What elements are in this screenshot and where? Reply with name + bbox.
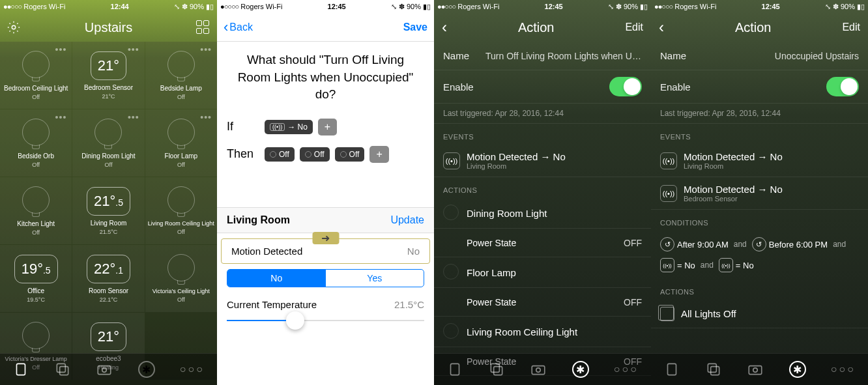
tile[interactable]: •••Dining Room LightOff	[72, 109, 144, 177]
update-button[interactable]: Update	[390, 214, 424, 226]
edit-button[interactable]: Edit	[625, 21, 643, 33]
actions-header: ACTIONS	[651, 279, 868, 300]
tile[interactable]: •••Bedside LampOff	[145, 42, 217, 109]
then-action-tag[interactable]: Off	[300, 147, 330, 162]
more-tab-icon[interactable]: ○○○	[180, 364, 205, 375]
bulb-icon	[94, 119, 122, 146]
header: ‹ Action Edit	[434, 13, 651, 42]
segment-yes[interactable]: Yes	[326, 270, 424, 287]
action-device-row[interactable]: Dining Room Light	[434, 198, 651, 229]
more-icon[interactable]: •••	[128, 44, 139, 55]
event-row[interactable]: ((•))Motion Detected → NoLiving Room	[651, 145, 868, 177]
action-state-row: Power StateOFF	[434, 229, 651, 257]
tile[interactable]: •••21°Bedroom Sensor21°C	[72, 42, 144, 109]
enable-toggle[interactable]	[826, 77, 859, 96]
tile[interactable]: •••Floor LampOff	[145, 109, 217, 177]
camera-tab-icon[interactable]	[96, 361, 113, 378]
condition-chip[interactable]: ↺After 9:00 AM	[660, 237, 729, 251]
bulb-icon	[167, 119, 195, 146]
event-row[interactable]: ((•))Motion Detected → NoBedroom Sensor	[651, 177, 868, 210]
page-title: Upstairs	[21, 20, 196, 35]
more-icon[interactable]: •••	[200, 112, 212, 122]
conditions-row[interactable]: ↺After 9:00 AM and ↺Before 6:00 PM and	[651, 231, 868, 258]
if-condition-tag[interactable]: ((•))→ No	[265, 120, 313, 134]
tile[interactable]: •••Bedroom Ceiling LightOff	[0, 42, 72, 109]
automation-tab-icon[interactable]	[789, 361, 806, 378]
svg-rect-11	[668, 364, 676, 375]
motion-icon: ((•))	[660, 185, 677, 202]
device-grid: •••Bedroom Ceiling LightOff •••21°Bedroo…	[0, 42, 217, 380]
name-row[interactable]: NameUnoccupied Upstairs	[651, 42, 868, 70]
more-tab-icon[interactable]: ○○○	[831, 364, 856, 375]
clock-icon: ↺	[752, 237, 766, 251]
segment-no[interactable]: No	[227, 270, 326, 287]
more-icon[interactable]: •••	[55, 44, 67, 55]
back-button[interactable]: ‹	[442, 18, 447, 36]
more-icon[interactable]: •••	[128, 112, 139, 122]
temp-display: 21°	[91, 51, 126, 80]
tile[interactable]: 22°.1Room Sensor22.1°C	[72, 245, 144, 312]
then-row: Then Off Off Off +	[217, 141, 434, 168]
status-bar: ●○○○○Rogers Wi-Fi 12:45 ⤡ ✽90%▮▯	[217, 0, 434, 13]
temp-display: 21°.5	[87, 187, 130, 216]
temp-display: 21°	[91, 322, 126, 351]
camera-tab-icon[interactable]	[747, 361, 764, 378]
clock-icon: ↺	[660, 237, 674, 251]
enable-toggle[interactable]	[609, 77, 642, 96]
then-action-tag[interactable]: Off	[335, 147, 365, 162]
page-title: Action	[518, 20, 555, 35]
action-device-row[interactable]: Living Room Ceiling Light	[434, 317, 651, 347]
bulb-icon	[167, 254, 195, 281]
motion-trigger-row[interactable]: ➜ Motion Detected No	[221, 238, 430, 264]
condition-chip[interactable]: ↺Before 6:00 PM	[752, 237, 828, 251]
enable-row: Enable	[651, 70, 868, 104]
more-tab-icon[interactable]: ○○○	[614, 364, 639, 375]
condition-chip[interactable]: ((•))= No	[660, 258, 695, 272]
tile[interactable]: Victoria's Ceiling LightOff	[145, 245, 217, 312]
action-device-row[interactable]: Floor Lamp	[434, 257, 651, 288]
tile[interactable]: Kitchen LightOff	[0, 177, 72, 244]
scenes-tab-icon[interactable]	[705, 361, 722, 378]
rule-question: What should "Turn Off Living Room Lights…	[217, 42, 434, 113]
camera-tab-icon[interactable]	[530, 361, 547, 378]
svg-rect-14	[749, 366, 762, 375]
layout-icon[interactable]	[196, 20, 210, 35]
automation-tab-icon[interactable]	[572, 361, 589, 378]
more-icon[interactable]: •••	[55, 112, 67, 122]
more-icon[interactable]: •••	[200, 44, 212, 55]
temperature-slider[interactable]	[227, 320, 424, 321]
scenes-tab-icon[interactable]	[488, 361, 505, 378]
tile[interactable]: •••Bedside OrbOff	[0, 109, 72, 177]
automation-tab-icon[interactable]	[138, 361, 155, 378]
svg-rect-4	[98, 366, 111, 375]
bulb-icon	[167, 186, 195, 214]
add-condition-button[interactable]: +	[318, 119, 337, 135]
back-button[interactable]: ‹Back	[224, 19, 253, 36]
conditions-header: CONDITIONS	[651, 210, 868, 231]
rooms-tab-icon[interactable]	[663, 361, 680, 378]
gear-icon[interactable]	[7, 20, 21, 35]
then-action-tag[interactable]: Off	[265, 147, 295, 162]
back-button[interactable]: ‹	[659, 18, 664, 36]
add-action-button[interactable]: +	[369, 146, 388, 163]
action-state-row: Power StateOFF	[434, 288, 651, 317]
tile[interactable]: 21°.5Living Room21.5°C	[72, 177, 144, 244]
event-row[interactable]: ((•)) Motion Detected → NoLiving Room	[434, 145, 651, 177]
svg-point-0	[12, 25, 16, 29]
status-bar: ●●○○○Rogers Wi-Fi 12:45 ⤡ ✽90%▮▯	[651, 0, 868, 13]
section-header: Living Room Update	[217, 207, 434, 233]
last-triggered: Last triggered: Apr 28, 2016, 12:44	[434, 104, 651, 124]
conditions-row[interactable]: ((•))= No and ((•))= No	[651, 258, 868, 279]
name-row[interactable]: NameTurn Off Living Room Lights when Uno…	[434, 42, 651, 70]
rooms-tab-icon[interactable]	[12, 361, 29, 378]
tile[interactable]: Living Room Ceiling LightOff	[145, 177, 217, 244]
tile[interactable]: 19°.5Office19.5°C	[0, 245, 72, 312]
segmented-control[interactable]: No Yes	[227, 269, 424, 287]
scene-row[interactable]: All Lights Off	[651, 300, 868, 328]
rooms-tab-icon[interactable]	[446, 361, 463, 378]
save-button[interactable]: Save	[403, 21, 427, 33]
tabbar: ○○○	[0, 353, 217, 385]
scenes-tab-icon[interactable]	[54, 361, 71, 378]
condition-chip[interactable]: ((•))= No	[719, 258, 754, 272]
edit-button[interactable]: Edit	[842, 21, 860, 33]
